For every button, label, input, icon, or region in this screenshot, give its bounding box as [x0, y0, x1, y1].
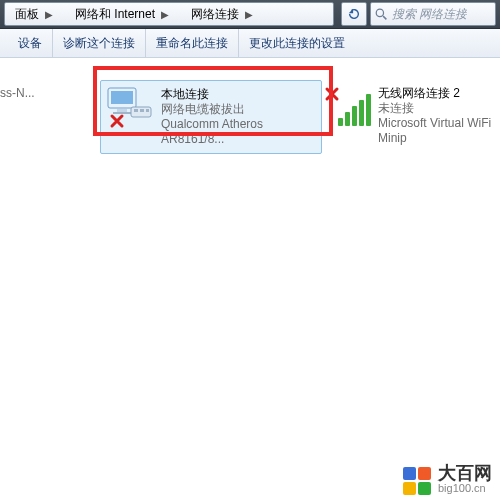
signal-bars-icon — [338, 94, 371, 126]
connection-item-wireless[interactable]: crino(R) Wireless-N... — [0, 80, 102, 132]
chevron-right-icon: ▶ — [239, 9, 259, 20]
refresh-button[interactable] — [341, 2, 367, 26]
breadcrumb-label: 网络和 Internet — [75, 6, 155, 23]
svg-rect-3 — [111, 91, 133, 104]
breadcrumb-network-internet[interactable]: 网络和 Internet▶ — [65, 3, 181, 25]
search-icon — [375, 8, 388, 21]
connection-title: 本地连接 — [161, 87, 315, 102]
connection-device: Qualcomm Atheros AR8161/8... — [161, 117, 315, 147]
watermark-name: 大百网 — [438, 466, 492, 481]
svg-rect-8 — [140, 109, 144, 112]
connection-icon — [107, 87, 155, 127]
chevron-right-icon: ▶ — [39, 9, 59, 20]
svg-rect-7 — [134, 109, 138, 112]
connection-icon — [324, 86, 372, 126]
connection-device: crino(R) Wireless-N... — [0, 86, 35, 101]
connection-status: 未连接 — [378, 101, 500, 116]
connection-title: 无线网络连接 2 — [378, 86, 500, 101]
address-bar: 面板▶ 网络和 Internet▶ 网络连接▶ 搜索 网络连接 — [0, 0, 500, 29]
search-placeholder: 搜索 网络连接 — [392, 6, 467, 23]
breadcrumb[interactable]: 面板▶ 网络和 Internet▶ 网络连接▶ — [4, 2, 334, 26]
svg-rect-9 — [146, 109, 149, 112]
search-input[interactable]: 搜索 网络连接 — [370, 2, 496, 26]
content-pane: crino(R) Wireless-N... 本地连接 网络电缆被拔出 Qual… — [0, 58, 500, 500]
breadcrumb-network-connections[interactable]: 网络连接▶ — [181, 3, 265, 25]
toolbar-settings[interactable]: 更改此连接的设置 — [239, 29, 355, 57]
chevron-right-icon: ▶ — [155, 9, 175, 20]
watermark-logo — [402, 466, 432, 496]
svg-point-0 — [376, 9, 383, 16]
breadcrumb-label: 面板 — [15, 6, 39, 23]
connection-item-local[interactable]: 本地连接 网络电缆被拔出 Qualcomm Atheros AR8161/8..… — [100, 80, 322, 154]
svg-line-1 — [383, 16, 386, 19]
breadcrumb-label: 网络连接 — [191, 6, 239, 23]
toolbar: 设备 诊断这个连接 重命名此连接 更改此连接的设置 — [0, 29, 500, 58]
error-x-icon — [109, 113, 125, 129]
connection-status: 网络电缆被拔出 — [161, 102, 315, 117]
watermark-url: big100.cn — [438, 481, 492, 496]
toolbar-rename[interactable]: 重命名此连接 — [146, 29, 239, 57]
toolbar-diagnose[interactable]: 诊断这个连接 — [53, 29, 146, 57]
watermark: 大百网 big100.cn — [402, 466, 492, 496]
toolbar-disable-device[interactable]: 设备 — [8, 29, 53, 57]
refresh-icon — [347, 7, 361, 21]
svg-rect-4 — [117, 109, 127, 112]
breadcrumb-control-panel[interactable]: 面板▶ — [5, 3, 65, 25]
connection-item-wireless2[interactable]: 无线网络连接 2 未连接 Microsoft Virtual WiFi Mini… — [318, 80, 500, 152]
connection-device: Microsoft Virtual WiFi Minip — [378, 116, 500, 146]
